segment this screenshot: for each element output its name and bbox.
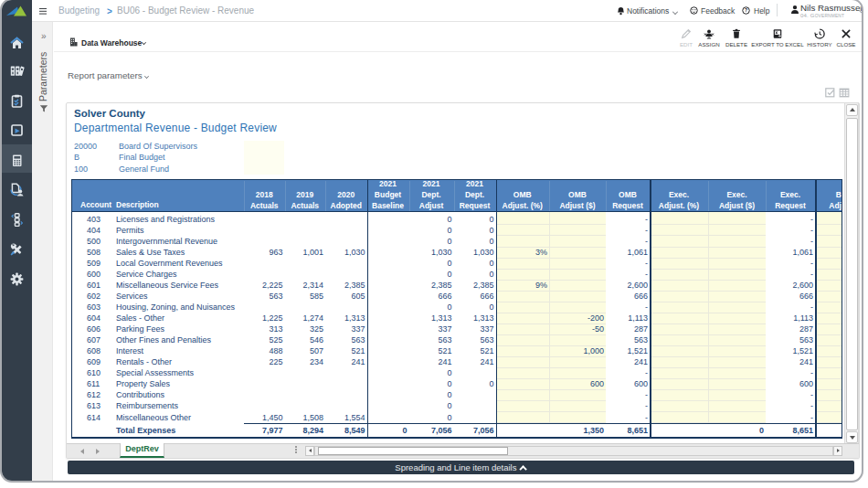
svg-text:?: ? <box>745 7 748 13</box>
